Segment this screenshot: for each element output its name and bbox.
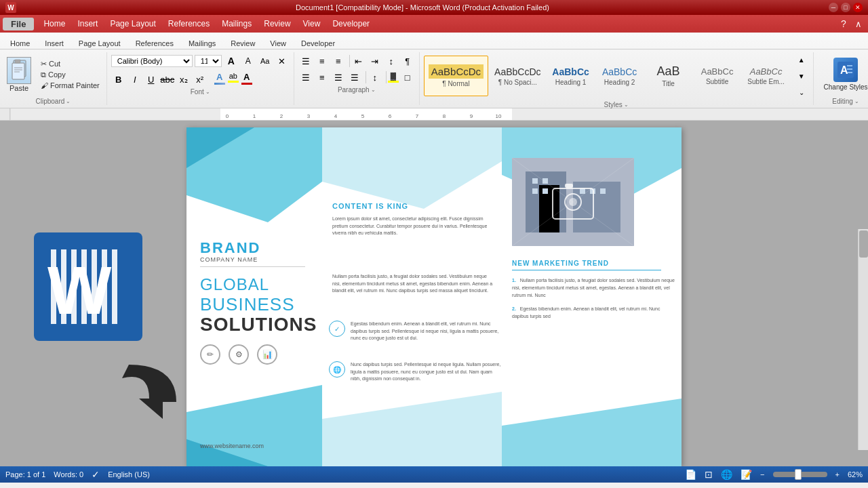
- styles-scroll-up[interactable]: ▲: [794, 52, 809, 67]
- scroll-thumb[interactable]: [859, 230, 868, 258]
- align-right-button[interactable]: ☰: [331, 70, 346, 85]
- clear-formatting-button[interactable]: ✕: [275, 54, 290, 68]
- style-normal[interactable]: AaBbCcDc ¶ Normal: [424, 56, 488, 96]
- style-subtitle[interactable]: AaBbCc Subtitle: [694, 56, 741, 96]
- clipboard-expand-icon[interactable]: ⌄: [66, 98, 71, 104]
- view-web-icon[interactable]: 🌐: [721, 469, 732, 480]
- superscript-button[interactable]: x²: [193, 72, 208, 87]
- mailings-menu[interactable]: Mailings: [216, 18, 257, 30]
- tab-page-layout[interactable]: Page Layout: [71, 37, 128, 49]
- page-layout-menu[interactable]: Page Layout: [104, 18, 161, 30]
- style-title-preview: AaB: [657, 64, 680, 79]
- font-color-button[interactable]: A: [241, 72, 252, 87]
- minimize-button[interactable]: ─: [829, 3, 838, 12]
- numbering-button[interactable]: ≡: [315, 54, 330, 68]
- view-full-icon[interactable]: ⊡: [705, 469, 713, 480]
- sort-button[interactable]: ↕: [384, 54, 399, 68]
- list-num-2: 2.: [512, 306, 516, 311]
- change-styles-button[interactable]: A Change Styles: [818, 54, 868, 94]
- view-print-icon[interactable]: 📄: [685, 469, 696, 480]
- paste-button[interactable]: Paste: [4, 56, 34, 94]
- borders-button[interactable]: □: [400, 70, 415, 85]
- format-painter-icon: 🖌: [41, 81, 48, 89]
- right-list: 1. Nullam porta facilisis justo, a feugi…: [512, 277, 675, 325]
- change-case-button[interactable]: Aa: [258, 54, 273, 68]
- style-no-spacing[interactable]: AaBbCcDc ¶ No Spaci...: [490, 56, 545, 96]
- tab-developer[interactable]: Developer: [294, 37, 342, 49]
- italic-button[interactable]: I: [127, 72, 142, 87]
- bold-button[interactable]: B: [111, 72, 126, 87]
- shrink-font-button[interactable]: A: [241, 54, 256, 68]
- shading-button[interactable]: ▓: [388, 72, 399, 83]
- text-effects-button[interactable]: A: [214, 72, 225, 87]
- styles-more[interactable]: ⌄: [794, 85, 809, 100]
- line-spacing-button[interactable]: ↕: [368, 70, 382, 85]
- review-menu[interactable]: Review: [258, 18, 296, 30]
- tab-home[interactable]: Home: [3, 37, 37, 49]
- justify-button[interactable]: ☰: [347, 70, 362, 85]
- zoom-out-button[interactable]: −: [760, 470, 764, 479]
- status-right: 📄 ⊡ 🌐 📝 − + 62%: [685, 469, 863, 480]
- multilevel-button[interactable]: ≡: [331, 54, 346, 68]
- left-divider: [200, 266, 305, 267]
- status-left: Page: 1 of 1 Words: 0 ✓ English (US): [5, 469, 150, 480]
- copy-icon: ⧉: [41, 70, 46, 79]
- developer-menu[interactable]: Developer: [327, 18, 375, 30]
- tab-mailings[interactable]: Mailings: [181, 37, 223, 49]
- underline-button[interactable]: U: [144, 72, 159, 87]
- right-column: NEW MARKETING TREND 1. Nullam porta faci…: [502, 127, 682, 466]
- style-subtitle-preview: AaBbCc: [701, 66, 734, 77]
- mid-para1: Lorem ipsum dolor sit amet, consectetur …: [332, 216, 495, 237]
- references-menu[interactable]: References: [163, 18, 215, 30]
- show-hide-button[interactable]: ¶: [400, 54, 415, 68]
- zoom-in-button[interactable]: +: [835, 470, 840, 479]
- strikethrough-button[interactable]: abc: [160, 72, 175, 87]
- tab-references[interactable]: References: [128, 37, 181, 49]
- style-heading2[interactable]: AaBbCc Heading 2: [596, 56, 644, 96]
- style-heading1[interactable]: AaBbCc Heading 1: [547, 56, 595, 96]
- svg-rect-2: [15, 60, 20, 63]
- svg-rect-45: [539, 185, 559, 232]
- tab-view[interactable]: View: [262, 37, 294, 49]
- style-subtle-em[interactable]: AaBbCc Subtle Em...: [743, 56, 790, 96]
- ruler-marks: 0 1 2 3 4 5 6 7 8 9 10: [10, 108, 868, 121]
- styles-expand-icon[interactable]: ⌄: [624, 102, 629, 108]
- font-expand-icon[interactable]: ⌄: [205, 89, 210, 95]
- style-title[interactable]: AaB Title: [645, 56, 692, 96]
- font-name-select[interactable]: Calibri (Body): [111, 55, 193, 67]
- maximize-button[interactable]: □: [841, 3, 850, 12]
- minimize-ribbon-icon[interactable]: ∧: [852, 17, 865, 30]
- mid-para2: Nullam porta facilisis justo, a feugiat …: [332, 273, 495, 295]
- vertical-scrollbar[interactable]: [858, 229, 868, 450]
- format-painter-button[interactable]: 🖌 Format Painter: [38, 81, 102, 90]
- view-menu[interactable]: View: [298, 18, 326, 30]
- close-button[interactable]: ✕: [853, 3, 863, 12]
- file-menu[interactable]: File: [3, 18, 34, 30]
- copy-button[interactable]: ⧉ Copy: [38, 70, 102, 80]
- editing-expand-icon[interactable]: ⌄: [854, 98, 859, 104]
- tab-insert[interactable]: Insert: [37, 37, 71, 49]
- help-icon[interactable]: ?: [837, 17, 850, 30]
- bullets-button[interactable]: ☰: [298, 54, 313, 68]
- tab-review[interactable]: Review: [223, 37, 262, 49]
- styles-scroll-down[interactable]: ▼: [794, 68, 809, 83]
- font-size-select[interactable]: 11: [195, 55, 222, 67]
- align-left-button[interactable]: ☰: [298, 70, 313, 85]
- insert-menu[interactable]: Insert: [72, 18, 103, 30]
- cut-button[interactable]: ✂ Cut: [38, 59, 102, 69]
- paragraph-expand-icon[interactable]: ⌄: [371, 87, 376, 93]
- styles-label: Styles ⌄: [424, 101, 809, 108]
- highlight-button[interactable]: ab: [228, 72, 239, 87]
- zoom-slider[interactable]: [773, 472, 827, 477]
- increase-indent-button[interactable]: ⇥: [368, 54, 382, 68]
- zoom-thumb[interactable]: [795, 469, 802, 480]
- center-button[interactable]: ≡: [315, 70, 330, 85]
- subscript-button[interactable]: x₂: [176, 72, 191, 87]
- grow-font-button[interactable]: A: [224, 54, 239, 68]
- decrease-indent-button[interactable]: ⇤: [351, 54, 366, 68]
- icon-circle-1: ✏: [200, 344, 220, 365]
- home-menu[interactable]: Home: [38, 18, 71, 30]
- ribbon-tabs: Home Insert Page Layout References Maili…: [0, 33, 868, 49]
- mid-icon-row1: ✓ Egestas bibendum enim. Aenean a blandi…: [329, 321, 502, 342]
- view-draft-icon[interactable]: 📝: [741, 469, 752, 480]
